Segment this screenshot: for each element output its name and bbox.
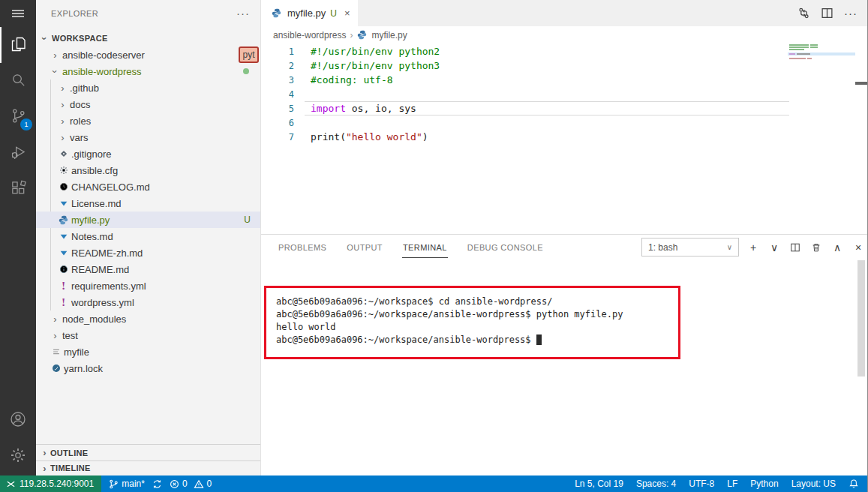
activity-bar-source-control[interactable]: 1 — [0, 99, 36, 135]
status-item-ln[interactable]: Ln 5, Col 19 — [575, 478, 623, 489]
sync-button[interactable] — [152, 479, 162, 489]
activity-bar-explorer[interactable] — [0, 27, 36, 63]
panel-tab-debug-console[interactable]: DEBUG CONSOLE — [467, 236, 544, 258]
tab-myfile-py[interactable]: myfile.py U × — [261, 0, 358, 26]
open-changes-icon[interactable] — [797, 7, 810, 20]
item-label: ansible.cfg — [71, 165, 118, 176]
git-branch-item[interactable]: main* — [109, 478, 145, 489]
activity-bar-search[interactable] — [0, 63, 36, 99]
git-untracked-badge: U — [244, 214, 251, 225]
tree-item--github[interactable]: ›.github — [36, 80, 260, 96]
branch-icon — [109, 479, 119, 489]
info-icon — [57, 265, 70, 274]
tree-item-myfile[interactable]: myfile — [36, 344, 260, 360]
sidebar-title: EXPLORER — [51, 9, 98, 18]
tree-item-node-modules[interactable]: ›node_modules — [36, 310, 260, 327]
item-label: README-zh.md — [71, 248, 143, 259]
activity-bar-run-debug[interactable] — [0, 135, 36, 171]
remote-indicator[interactable]: 119.28.5.240:9001 — [0, 476, 101, 492]
tree-item--gitignore[interactable]: .gitignore — [36, 146, 260, 162]
tree-item-yarn-lock[interactable]: yarn.lock — [36, 360, 260, 376]
status-item-python[interactable]: Python — [750, 478, 778, 489]
code-text: #!/usr/bin/env python3 — [311, 60, 440, 71]
outline-label: OUTLINE — [50, 448, 88, 458]
launch-profile-chevron-icon[interactable]: ∨ — [768, 242, 780, 254]
code-editor[interactable]: 1#!/usr/bin/env python22#!/usr/bin/env p… — [261, 44, 868, 234]
panel-tab-problems[interactable]: PROBLEMS — [278, 236, 327, 258]
terminal-select-value: 1: bash — [648, 242, 677, 253]
item-label: ansible-wordpress — [62, 66, 142, 77]
breadcrumb-item[interactable]: ansible-wordpress — [273, 30, 346, 40]
code-line-4[interactable]: 4 — [261, 87, 868, 101]
trash-icon[interactable] — [810, 242, 822, 253]
line-number: 4 — [261, 89, 294, 100]
close-panel-icon[interactable]: × — [852, 242, 864, 254]
minimap[interactable] — [788, 44, 855, 234]
status-item-utf-8[interactable]: UTF-8 — [689, 478, 714, 489]
bell-icon[interactable] — [848, 478, 859, 489]
list-icon — [50, 347, 62, 356]
status-item-lf[interactable]: LF — [727, 478, 737, 489]
tree-item-ansible-codeserver[interactable]: ›ansible-codeserver — [36, 46, 260, 63]
tree-item-docs[interactable]: ›docs — [36, 96, 260, 112]
tree-item-myfile-py[interactable]: myfile.pyU — [36, 212, 260, 228]
file-tree: ›WORKSPACE›ansible-codeserver›ansible-wo… — [36, 30, 260, 376]
status-item-spaces[interactable]: Spaces: 4 — [636, 478, 676, 489]
tree-item-notes-md[interactable]: Notes.md — [36, 228, 260, 244]
item-label: Notes.md — [71, 231, 113, 242]
code-line-5[interactable]: 5import os, io, sys — [261, 101, 868, 116]
tree-item-changelog-md[interactable]: CHANGELOG.md — [36, 178, 260, 195]
tree-item-ansible-wordpress[interactable]: ›ansible-wordpress — [36, 63, 260, 80]
scm-badge: 1 — [20, 118, 32, 130]
activity-bar-extensions[interactable] — [0, 171, 36, 207]
outline-section[interactable]: ›OUTLINE — [36, 444, 260, 460]
panel-tab-terminal[interactable]: TERMINAL — [402, 236, 448, 258]
code-line-7[interactable]: 7print("hello world") — [261, 130, 868, 144]
exclamation-icon: ! — [57, 297, 70, 308]
terminal-select[interactable]: 1: bash ∨ — [641, 238, 739, 256]
split-small-icon[interactable] — [789, 242, 801, 253]
line-number: 2 — [261, 61, 294, 71]
terminal[interactable]: abc@5e6b09a6a096:~/workspace$ cd ansible… — [261, 260, 868, 476]
code-line-1[interactable]: 1#!/usr/bin/env python2 — [261, 44, 868, 58]
warning-count: 0 — [207, 478, 212, 489]
scrollbar-thumb[interactable] — [857, 260, 865, 376]
menu-icon[interactable] — [0, 0, 36, 27]
more-actions-icon[interactable]: ··· — [844, 7, 857, 20]
git-untracked-badge: U — [330, 8, 337, 19]
tree-item-ansible-cfg[interactable]: ansible.cfg — [36, 162, 260, 178]
tree-item-requirements-yml[interactable]: !requirements.yml — [36, 278, 260, 294]
problems-item[interactable]: 0 0 — [170, 478, 212, 489]
chevron-right-icon: › — [50, 50, 61, 61]
code-line-3[interactable]: 3#coding: utf-8 — [261, 73, 868, 87]
tree-item-test[interactable]: ›test — [36, 327, 260, 344]
activity-bar-settings[interactable] — [0, 438, 36, 474]
new-terminal-icon[interactable]: + — [747, 242, 759, 254]
item-label: node_modules — [62, 314, 126, 325]
status-item-layout[interactable]: Layout: US — [791, 478, 836, 489]
chevron-down-icon: ∨ — [727, 243, 732, 251]
code-line-6[interactable]: 6 — [261, 116, 868, 130]
tree-item-readme-md[interactable]: README.md — [36, 261, 260, 278]
remote-icon — [6, 479, 16, 489]
close-tab-icon[interactable]: × — [344, 8, 350, 19]
timeline-section[interactable]: ›TIMELINE — [36, 460, 260, 475]
item-label: .github — [70, 82, 99, 94]
chevron-down-icon: › — [39, 33, 50, 44]
code-line-2[interactable]: 2#!/usr/bin/env python3 — [261, 58, 868, 73]
panel-tab-output[interactable]: OUTPUT — [346, 236, 383, 258]
line-number: 3 — [261, 75, 294, 86]
tree-item-roles[interactable]: ›roles — [36, 112, 260, 129]
terminal-line: abc@5e6b09a6a096:~/workspace/ansible-wor… — [276, 308, 623, 321]
breadcrumb-item[interactable]: myfile.py — [371, 30, 407, 40]
activity-bar-accounts[interactable] — [0, 402, 36, 438]
more-actions-icon[interactable]: ··· — [236, 7, 250, 20]
split-editor-icon[interactable] — [821, 7, 833, 20]
tree-item-wordpress-yml[interactable]: !wordpress.yml — [36, 294, 260, 310]
tab-label: myfile.py — [287, 8, 326, 19]
tree-item-readme-zh-md[interactable]: README-zh.md — [36, 244, 260, 261]
maximize-panel-icon[interactable]: ∧ — [831, 242, 843, 254]
tree-item-license-md[interactable]: License.md — [36, 195, 260, 212]
tree-root-workspace[interactable]: ›WORKSPACE — [36, 30, 260, 46]
tree-item-vars[interactable]: ›vars — [36, 129, 260, 146]
